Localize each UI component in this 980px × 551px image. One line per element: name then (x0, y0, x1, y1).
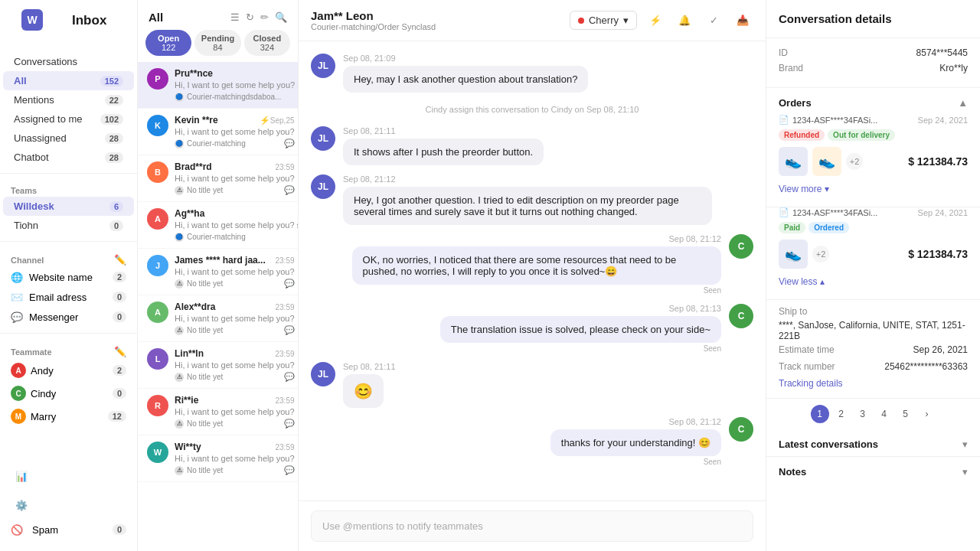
latest-conv-header: Latest conversations ▾ (766, 429, 980, 457)
message-m7: C Sep 08, 21:12 thanks for your understa… (311, 417, 753, 466)
settings-icon[interactable]: ⚙️ (11, 494, 32, 516)
msg-m1-time: Sep 08, 21:09 (343, 54, 753, 63)
sidebar-item-messenger[interactable]: 💬 Messenger 0 (0, 307, 137, 327)
page-btn-5[interactable]: 5 (897, 405, 915, 423)
kevin-lightning: ⚡ (260, 116, 270, 126)
view-less-btn[interactable]: View less ▴ (779, 273, 968, 290)
product-more-2: +2 (812, 246, 829, 262)
chat-header-right: Cherry ▾ ⚡ 🔔 ✓ 📥 (570, 10, 753, 31)
chat-input-box[interactable]: Use @mentions to notify teammates (311, 510, 753, 542)
brad-name: Brad**rd (175, 161, 276, 172)
compose-icon[interactable]: ✏ (260, 11, 269, 23)
pru-source-icon: 🔵 (175, 93, 184, 102)
order1-id: 📄 1234-ASF****34FASi... (779, 115, 877, 125)
spam-badge: 0 (113, 524, 126, 535)
conv-item-kevin[interactable]: K Kevin **re ⚡ Sep,25 Hi, i want to get … (138, 109, 298, 155)
teammate-edit-icon[interactable]: ✏️ (114, 346, 126, 357)
tab-closed-label: Closed (247, 34, 287, 43)
james-time: 23:59 (276, 256, 295, 265)
kevin-avatar: K (147, 115, 168, 136)
tracking-link[interactable]: Tracking details (779, 378, 968, 389)
tab-pending[interactable]: Pending 84 (194, 30, 240, 56)
right-panel: Conversation details ID 8574***5445 Bran… (766, 0, 980, 551)
conv-item-brad[interactable]: B Brad**rd 23:59 Hi, i want to get some … (138, 155, 298, 202)
msg-m3-avatar: JL (311, 174, 335, 199)
marry-avatar: M (11, 409, 26, 424)
view-more-btn[interactable]: View more ▾ (779, 181, 968, 197)
sidebar-item-all[interactable]: All 152 (3, 71, 134, 90)
sidebar-item-email[interactable]: ✉️ Email adress 0 (0, 287, 137, 307)
tag-refunded: Refunded (779, 129, 825, 141)
sidebar-item-willdesk[interactable]: Willdesk 6 (3, 197, 134, 216)
lin-name: Lin**ln (175, 348, 276, 359)
refresh-icon[interactable]: ↻ (246, 11, 254, 23)
msg-m5-avatar: C (729, 304, 753, 328)
sidebar-item-cindy[interactable]: C Cindy 0 (0, 382, 137, 405)
all-badge: 152 (100, 76, 123, 86)
kevin-preview: Hi, i want to get some help you? (175, 127, 295, 136)
andy-badge: 2 (113, 365, 126, 376)
alarm-icon[interactable]: 🔔 (674, 10, 695, 31)
pru-source: Courier-matchingdsdaboa... (187, 93, 281, 101)
tab-open[interactable]: Open 122 (145, 30, 191, 56)
cindy-badge: 0 (113, 388, 126, 399)
conv-item-wi[interactable]: W Wi**ty 23:59 Hi, i want to get some he… (138, 435, 298, 482)
msg-m7-bubble: thanks for your understanding! 😊 (550, 429, 721, 456)
sidebar-item-tiohn[interactable]: Tiohn 0 (3, 216, 134, 235)
chevron-down-icon: ▾ (825, 184, 829, 194)
channel-edit-icon[interactable]: ✏️ (114, 254, 126, 266)
orders-collapse-icon[interactable]: ▲ (958, 97, 968, 109)
notes-title: Notes (779, 466, 806, 478)
pagination: 1 2 3 4 5 › (766, 399, 980, 429)
chat-header-left: Jam** Leon Courier-matching/Order Syncla… (311, 9, 436, 31)
spam-icon: 🚫 (11, 523, 23, 536)
conv-item-alex[interactable]: A Alex**dra 23:59 Hi, i want to get some… (138, 295, 298, 342)
conv-item-pru[interactable]: P Pru**nce Sep,25 Hi, I want to get some… (138, 62, 298, 109)
sidebar-item-marry[interactable]: M Marry 12 (0, 405, 137, 428)
conv-item-james[interactable]: J James **** hard jaa... 23:59 Hi, i wan… (138, 249, 298, 295)
msg-m5-time: Sep 08, 21:13 (668, 304, 721, 313)
page-btn-2[interactable]: 2 (832, 405, 851, 423)
tab-closed[interactable]: Closed 324 (244, 30, 290, 56)
msg-m1-avatar: JL (311, 54, 335, 78)
website-badge: 2 (113, 272, 126, 282)
email-label: Email adress (29, 292, 87, 303)
msg-m4-seen: Seen (704, 286, 721, 295)
check-icon[interactable]: ✓ (703, 10, 724, 31)
conv-item-ag[interactable]: A Ag**ha ⚡ Sep,25 Hi, i want to get some… (138, 202, 298, 249)
cherry-select[interactable]: Cherry ▾ (570, 11, 637, 30)
cindy-label: Cindy (31, 388, 56, 399)
chatbot-badge: 28 (105, 152, 123, 163)
sidebar-item-mentions[interactable]: Mentions 22 (3, 90, 134, 109)
page-btn-4[interactable]: 4 (875, 405, 893, 423)
unassigned-badge: 28 (105, 133, 123, 144)
menu-icon[interactable]: ☰ (230, 11, 240, 23)
globe-icon: 🌐 (11, 271, 23, 283)
sidebar-item-conversations[interactable]: Conversations (3, 52, 134, 71)
page-btn-1[interactable]: 1 (811, 405, 829, 423)
conv-item-ri[interactable]: R Ri**ie 23:59 Hi, i want to get some he… (138, 389, 298, 435)
tag-ordered: Ordered (808, 222, 849, 233)
sidebar-item-andy[interactable]: A Andy 2 (0, 359, 137, 382)
lightning-icon[interactable]: ⚡ (645, 10, 666, 31)
estimate-label: Estimate time (779, 344, 835, 355)
conv-item-lin[interactable]: L Lin**ln 23:59 Hi, i want to get some h… (138, 342, 298, 389)
spam-item[interactable]: 🚫 Spam (11, 523, 58, 536)
notes-collapse-icon[interactable]: ▾ (962, 466, 968, 478)
cherry-label: Cherry (589, 15, 619, 26)
sidebar-item-website[interactable]: 🌐 Website name 2 (0, 267, 137, 287)
message-m1: JL Sep 08, 21:09 Hey, may I ask another … (311, 54, 753, 93)
inbox-title: Inbox (61, 13, 117, 28)
chevron-up-icon: ▴ (820, 276, 825, 287)
lin-time: 23:59 (276, 350, 295, 358)
sidebar-item-unassigned[interactable]: Unassigned 28 (3, 129, 134, 148)
latest-conv-collapse-icon[interactable]: ▾ (962, 439, 968, 450)
order2-date: Sep 24, 2021 (918, 208, 968, 217)
sidebar-item-chatbot[interactable]: Chatbot 28 (3, 148, 134, 167)
page-next-icon[interactable]: › (918, 405, 936, 423)
sidebar-item-assigned[interactable]: Assigned to me 102 (3, 109, 134, 129)
page-btn-3[interactable]: 3 (854, 405, 872, 423)
reports-icon[interactable]: 📊 (11, 465, 32, 487)
archive-icon[interactable]: 📥 (732, 10, 753, 31)
search-icon[interactable]: 🔍 (275, 11, 287, 23)
